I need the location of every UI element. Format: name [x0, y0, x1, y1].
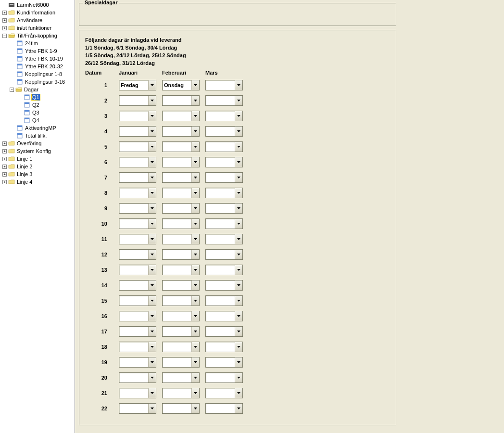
dropdown-button[interactable] [148, 342, 156, 352]
tree-node[interactable]: +Överföring [0, 140, 75, 147]
mars-combo[interactable] [205, 249, 243, 260]
dropdown-button[interactable] [235, 327, 242, 336]
feberuari-combo[interactable] [162, 126, 200, 137]
januari-combo[interactable] [119, 295, 156, 306]
dropdown-button[interactable] [191, 280, 199, 290]
dropdown-button[interactable] [148, 265, 156, 275]
tree-expander-icon[interactable]: + [2, 141, 7, 146]
mars-combo[interactable] [205, 265, 243, 275]
mars-combo[interactable] [205, 188, 243, 198]
tree-node[interactable]: +Linje 2 [0, 163, 75, 170]
mars-combo[interactable] [205, 342, 243, 352]
dropdown-button[interactable] [235, 157, 242, 167]
tree-node[interactable]: 24tim [0, 39, 75, 47]
tree-expander-icon[interactable]: + [2, 157, 7, 161]
dropdown-button[interactable] [191, 296, 199, 306]
tree-expander-icon[interactable]: − [2, 34, 7, 38]
dropdown-button[interactable] [191, 311, 199, 321]
tree-node[interactable]: Q2 [0, 101, 75, 109]
januari-combo[interactable] [119, 342, 156, 352]
januari-combo[interactable] [119, 172, 156, 183]
dropdown-button[interactable] [148, 127, 156, 136]
dropdown-button[interactable] [148, 404, 156, 413]
tree-node[interactable]: +System Konfig [0, 147, 75, 155]
mars-combo[interactable] [205, 157, 243, 167]
tree-node[interactable]: Q4 [0, 116, 75, 124]
feberuari-combo[interactable] [162, 172, 200, 183]
mars-combo[interactable] [205, 311, 243, 321]
januari-combo[interactable] [119, 111, 156, 121]
tree-expander-icon[interactable]: + [2, 180, 7, 184]
dropdown-button[interactable] [191, 142, 199, 152]
mars-combo[interactable] [205, 357, 243, 368]
tree-expander-icon[interactable]: + [2, 172, 7, 177]
dropdown-button[interactable] [148, 96, 156, 105]
feberuari-combo[interactable] [162, 141, 200, 152]
dropdown-button[interactable] [235, 234, 242, 244]
mars-combo[interactable] [205, 234, 243, 244]
januari-combo[interactable] [119, 357, 156, 368]
januari-combo[interactable] [119, 234, 156, 244]
tree-node[interactable]: Kopplingsur 1-8 [0, 70, 75, 78]
dropdown-button[interactable] [235, 250, 242, 259]
tree-expander-icon[interactable]: + [2, 26, 7, 30]
tree-node[interactable]: Yttre FBK 1-9 [0, 47, 75, 55]
dropdown-button[interactable] [148, 280, 156, 290]
januari-combo[interactable] [119, 403, 156, 414]
dropdown-button[interactable] [235, 142, 242, 152]
tree-node[interactable]: −Till/Från-koppling [0, 32, 75, 39]
dropdown-button[interactable] [148, 204, 156, 213]
januari-combo[interactable]: Fredag [119, 80, 156, 90]
dropdown-button[interactable] [148, 296, 156, 306]
feberuari-combo[interactable] [162, 357, 200, 368]
mars-combo[interactable] [205, 403, 243, 414]
mars-combo[interactable] [205, 111, 243, 121]
dropdown-button[interactable] [191, 404, 199, 413]
dropdown-button[interactable] [235, 111, 242, 121]
dropdown-button[interactable] [148, 373, 156, 382]
dropdown-button[interactable] [191, 357, 199, 367]
tree-expander-icon[interactable]: − [10, 88, 14, 92]
dropdown-button[interactable] [191, 80, 199, 90]
dropdown-button[interactable] [235, 342, 242, 352]
mars-combo[interactable] [205, 218, 243, 229]
feberuari-combo[interactable] [162, 218, 200, 229]
feberuari-combo[interactable]: Onsdag [162, 80, 200, 90]
tree-node[interactable]: +Linje 1 [0, 155, 75, 163]
dropdown-button[interactable] [191, 96, 199, 105]
dropdown-button[interactable] [191, 127, 199, 136]
dropdown-button[interactable] [148, 219, 156, 229]
dropdown-button[interactable] [235, 204, 242, 213]
feberuari-combo[interactable] [162, 95, 200, 106]
feberuari-combo[interactable] [162, 265, 200, 275]
tree-node[interactable]: Q3 [0, 109, 75, 116]
tree-node[interactable]: +Linje 4 [0, 178, 75, 186]
januari-combo[interactable] [119, 249, 156, 260]
tree-node[interactable]: +Användare [0, 16, 75, 24]
januari-combo[interactable] [119, 326, 156, 337]
mars-combo[interactable] [205, 95, 243, 106]
mars-combo[interactable] [205, 295, 243, 306]
feberuari-combo[interactable] [162, 249, 200, 260]
mars-combo[interactable] [205, 280, 243, 291]
dropdown-button[interactable] [191, 157, 199, 167]
dropdown-button[interactable] [148, 327, 156, 336]
feberuari-combo[interactable] [162, 157, 200, 167]
tree-node[interactable]: Yttre FBK 10-19 [0, 55, 75, 63]
januari-combo[interactable] [119, 372, 156, 383]
dropdown-button[interactable] [191, 204, 199, 213]
tree-node[interactable]: AktiveringMP [0, 124, 75, 132]
tree-node[interactable]: +Linje 3 [0, 170, 75, 178]
feberuari-combo[interactable] [162, 326, 200, 337]
tree-root[interactable]: LarmNet6000 [0, 1, 75, 9]
januari-combo[interactable] [119, 95, 156, 106]
januari-combo[interactable] [119, 188, 156, 198]
dropdown-button[interactable] [235, 388, 242, 398]
dropdown-button[interactable] [235, 404, 242, 413]
tree-node[interactable]: Yttre FBK 20-32 [0, 63, 75, 70]
feberuari-combo[interactable] [162, 111, 200, 121]
feberuari-combo[interactable] [162, 388, 200, 398]
dropdown-button[interactable] [148, 80, 156, 90]
dropdown-button[interactable] [191, 188, 199, 198]
mars-combo[interactable] [205, 372, 243, 383]
